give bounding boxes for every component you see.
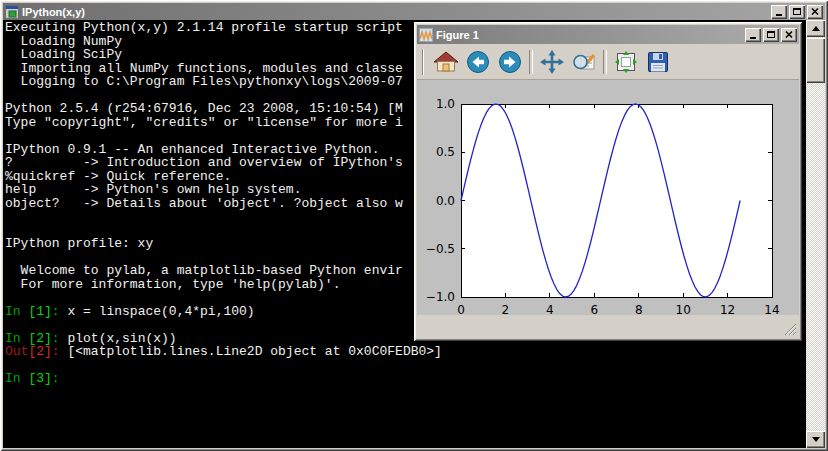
maximize-icon [767,31,775,38]
home-icon [433,49,459,75]
console-line [5,89,442,103]
toolbar-grip[interactable] [422,49,427,75]
figure-titlebar[interactable]: Figure 1 [417,25,799,44]
statusbar-text [417,320,421,331]
minimize-icon [776,14,782,16]
x-tick-label: 0 [457,303,465,315]
console-line: In [3]: [5,372,442,386]
console-line: Out[2]: [<matplotlib.lines.Line2D object… [5,345,442,359]
console-line: help -> Python's own help system. [5,183,442,197]
console-line [5,224,442,238]
x-tick-label: 14 [764,303,779,315]
console-line: ? -> Introduction and overview of IPytho… [5,156,442,170]
figure-maximize-button[interactable] [763,28,779,42]
home-button[interactable] [433,49,459,75]
console-app-icon [5,5,19,19]
pan-button[interactable] [539,49,565,75]
save-icon [645,49,671,75]
plot-canvas[interactable]: 02468101214−1.0−0.50.00.51.0 [417,80,799,315]
save-button[interactable] [645,49,671,75]
console-titlebar[interactable]: IPython(x,y) [3,3,825,20]
sine-plot: 02468101214−1.0−0.50.00.51.0 [417,80,799,315]
forward-icon [497,49,523,75]
configure-subplots-button[interactable] [613,49,639,75]
y-tick-label: 0.5 [436,145,455,159]
console-scrollbar[interactable] [806,20,825,448]
console-line: IPython profile: xy [5,237,442,251]
x-tick-label: 2 [502,303,510,315]
scrollbar-thumb[interactable] [806,38,825,83]
console-line [5,318,442,332]
forward-button[interactable] [497,49,523,75]
x-tick-label: 4 [546,303,554,315]
console-line [5,359,442,373]
console-close-button[interactable] [807,5,823,19]
y-tick-label: 0.0 [436,194,455,208]
close-icon [811,8,819,15]
zoom-rect-icon [571,49,597,75]
console-line: %quickref -> Quick reference. [5,170,442,184]
figure-minimize-button[interactable] [745,28,761,42]
console-line: Importing all NumPy functions, modules a… [5,62,442,76]
maximize-icon [793,8,801,15]
y-tick-label: −0.5 [426,242,455,256]
matplotlib-icon [419,28,433,42]
console-line [5,129,442,143]
minimize-icon [750,37,756,39]
console-line: In [2]: plot(x,sin(x)) [5,332,442,346]
x-tick-label: 8 [635,303,643,315]
back-button[interactable] [465,49,491,75]
resize-grip-icon[interactable] [784,323,797,336]
console-line: In [1]: x = linspace(0,4*pi,100) [5,305,442,319]
console-line: Type "copyright", "credits" or "license"… [5,116,442,130]
console-line: Logging to C:\Program Files\pythonxy\log… [5,75,442,89]
console-line [5,291,442,305]
console-line: Welcome to pylab, a matplotlib-based Pyt… [5,264,442,278]
figure-title: Figure 1 [436,29,479,41]
desktop: IPython(x,y) Executing Python(x,y) 2.1.1… [0,0,828,451]
y-tick-label: 1.0 [436,97,455,111]
figure-close-button[interactable] [781,28,797,42]
console-line: For more information, type 'help(pylab)'… [5,278,442,292]
toolbar-separator [529,50,533,74]
up-arrow-icon [812,26,820,31]
console-line [5,210,442,224]
console-minimize-button[interactable] [771,5,787,19]
toolbar-separator [603,50,607,74]
console-line: Executing Python(x,y) 2.1.14 profile sta… [5,21,442,35]
console-line: Python 2.5.4 (r254:67916, Dec 23 2008, 1… [5,102,442,116]
x-tick-label: 10 [676,303,691,315]
back-icon [465,49,491,75]
scroll-up-button[interactable] [806,20,825,37]
console-line: Loading NumPy [5,35,442,49]
configure-subplots-icon [613,49,639,75]
figure-toolbar [417,44,799,80]
scroll-down-button[interactable] [806,431,825,448]
console-output: Executing Python(x,y) 2.1.14 profile sta… [5,21,442,386]
console-line: IPython 0.9.1 -- An enhanced Interactive… [5,143,442,157]
x-tick-label: 6 [590,303,598,315]
zoom-rect-button[interactable] [571,49,597,75]
x-tick-label: 12 [720,303,735,315]
figure-window: Figure 1 [414,22,802,341]
pan-icon [539,49,565,75]
console-line [5,251,442,265]
console-line: Loading SciPy [5,48,442,62]
y-tick-label: −1.0 [426,290,455,304]
console-maximize-button[interactable] [789,5,805,19]
console-line: object? -> Details about 'object'. ?obje… [5,197,442,211]
console-title: IPython(x,y) [22,6,85,18]
close-icon [785,31,793,38]
figure-statusbar [417,315,799,338]
down-arrow-icon [812,437,820,442]
